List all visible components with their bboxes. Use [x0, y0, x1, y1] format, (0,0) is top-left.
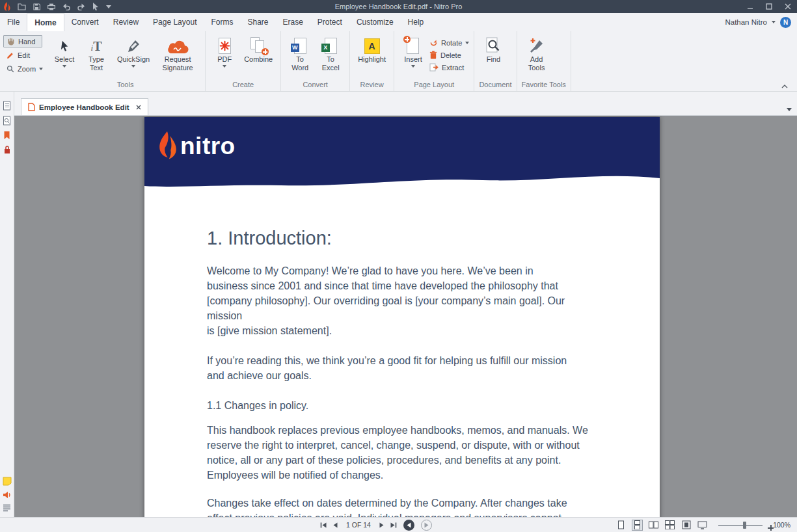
comments-list-icon[interactable]: [3, 504, 11, 512]
maximize-button[interactable]: [759, 0, 778, 13]
avatar[interactable]: N: [780, 17, 791, 28]
text-line: [company philosophy]. Our overriding goa…: [207, 293, 660, 308]
to-word-button[interactable]: W To Word: [286, 33, 314, 73]
add-tools-button[interactable]: Add Tools: [522, 33, 552, 73]
signatures-panel-icon[interactable]: [3, 145, 11, 154]
review-group-label: Review: [355, 79, 389, 91]
zoom-slider[interactable]: [718, 521, 763, 529]
magnifier-icon: [7, 65, 14, 73]
menu-customize[interactable]: Customize: [349, 13, 401, 31]
view-single-page-button[interactable]: [615, 520, 627, 531]
request-signature-label: Request Signature: [158, 55, 197, 72]
collapse-ribbon-button[interactable]: [781, 85, 788, 88]
menu-protect[interactable]: Protect: [310, 13, 349, 31]
close-button[interactable]: [778, 0, 797, 13]
tab-close-icon[interactable]: [136, 105, 141, 110]
menu-home[interactable]: Home: [27, 13, 64, 31]
convert-group-label: Convert: [286, 79, 345, 91]
next-page-button[interactable]: [379, 522, 384, 528]
redo-icon[interactable]: [77, 3, 85, 10]
sound-comment-icon[interactable]: [3, 491, 11, 499]
insert-button[interactable]: Insert: [399, 33, 427, 69]
combine-docs-icon: [250, 34, 266, 54]
chevron-down-icon: [411, 65, 415, 68]
highlight-button[interactable]: A Highlight: [355, 33, 389, 65]
next-view-button[interactable]: [421, 520, 432, 531]
chevron-down-icon: [772, 21, 776, 23]
hand-tool-button[interactable]: Hand: [3, 35, 42, 47]
text-line: Welcome to My Company! We’re glad to hav…: [207, 263, 660, 278]
text-line: This handbook replaces previous employee…: [207, 423, 660, 438]
select-button[interactable]: Select: [50, 33, 79, 69]
ribbon-group-review: A Highlight Review: [350, 31, 394, 91]
ribbon-group-favorite-tools: Add Tools Favorite Tools: [517, 31, 571, 91]
document-tab-bar: Employee Handbook Edit: [14, 92, 797, 116]
menu-file[interactable]: File: [0, 13, 27, 31]
comments-panel-icon[interactable]: [3, 477, 12, 486]
type-text-button[interactable]: iT Type Text: [81, 33, 112, 73]
last-page-button[interactable]: [390, 522, 397, 528]
pdf-starburst-icon: [219, 34, 231, 54]
chevron-down-icon: [62, 65, 66, 68]
to-word-label: To Word: [289, 55, 311, 72]
zoom-tool-button[interactable]: Zoom: [3, 63, 42, 75]
add-tools-icon: [528, 34, 545, 54]
document-tab[interactable]: Employee Handbook Edit: [21, 98, 148, 115]
chevron-down-icon: [223, 65, 226, 68]
pages-panel-icon[interactable]: [3, 101, 11, 111]
quick-access-chevron-icon[interactable]: [106, 5, 111, 8]
hand-label: Hand: [18, 38, 35, 46]
edit-tool-button[interactable]: Edit: [3, 49, 42, 61]
to-excel-button[interactable]: X To Excel: [316, 33, 345, 73]
view-continuous-button[interactable]: [632, 520, 643, 531]
titlebar: Employee Handbook Edit.pdf - Nitro Pro: [0, 0, 797, 13]
view-and-zoom-controls: 100%: [615, 518, 790, 532]
extract-button[interactable]: Extract: [429, 63, 469, 72]
excel-doc-icon: X: [325, 34, 337, 54]
menu-erase[interactable]: Erase: [276, 13, 310, 31]
menu-convert[interactable]: Convert: [64, 13, 106, 31]
create-pdf-button[interactable]: PDF: [210, 33, 239, 69]
open-file-icon[interactable]: [18, 3, 26, 10]
combine-button[interactable]: Combine: [241, 33, 276, 65]
menu-page-layout[interactable]: Page Layout: [146, 13, 204, 31]
undo-icon[interactable]: [62, 3, 70, 10]
ribbon: Hand Edit Zoom Select iT Type Text: [0, 31, 797, 92]
user-name: Nathan Nitro: [725, 18, 767, 26]
view-fit-page-button[interactable]: [681, 520, 692, 531]
signature-cloud-icon: [166, 34, 189, 54]
menu-share[interactable]: Share: [240, 13, 275, 31]
insert-page-icon: [407, 34, 419, 54]
first-page-button[interactable]: [320, 522, 327, 528]
find-button[interactable]: Find: [479, 33, 507, 65]
zoom-slider-handle[interactable]: [743, 522, 746, 529]
tools-group-label: Tools: [50, 79, 200, 91]
menu-help[interactable]: Help: [401, 13, 431, 31]
save-icon[interactable]: [33, 3, 40, 10]
account-area[interactable]: Nathan Nitro N: [725, 13, 797, 31]
document-viewport[interactable]: nitro 1. Introduction: Welcome to My Com…: [14, 116, 797, 517]
ribbon-group-document: Find Document: [474, 31, 517, 91]
view-facing-continuous-button[interactable]: [664, 520, 675, 531]
minimize-button[interactable]: [740, 0, 759, 13]
bookmarks-panel-icon[interactable]: [3, 131, 10, 140]
select-tool-icon[interactable]: [92, 3, 99, 10]
text-line: notice, all or any part of these policie…: [207, 453, 660, 468]
tab-label: Employee Handbook Edit: [39, 103, 129, 111]
view-fullscreen-button[interactable]: [697, 520, 708, 531]
find-label: Find: [487, 55, 500, 64]
page-navigation-panel-icon[interactable]: [3, 116, 11, 126]
previous-page-button[interactable]: [333, 522, 338, 528]
view-facing-pages-button[interactable]: [648, 520, 659, 531]
paragraph-welcome: Welcome to My Company! We’re glad to hav…: [207, 263, 660, 338]
previous-view-button[interactable]: [403, 520, 414, 531]
quicksign-button[interactable]: QuickSign: [114, 33, 153, 69]
request-signature-button[interactable]: Request Signature: [155, 33, 200, 73]
delete-button[interactable]: Delete: [429, 51, 469, 59]
tab-list-chevron-icon[interactable]: [787, 108, 797, 115]
menu-forms[interactable]: Forms: [204, 13, 240, 31]
menu-review[interactable]: Review: [106, 13, 146, 31]
rotate-button[interactable]: Rotate: [429, 38, 469, 47]
text-line: effect previous policies are void. Indiv…: [207, 511, 660, 517]
print-icon[interactable]: [47, 3, 55, 10]
